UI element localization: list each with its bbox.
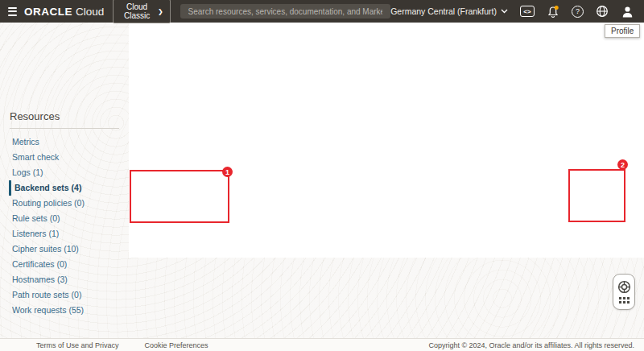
sidebar-item-rule-sets-0[interactable]: Rule sets (0) (0, 211, 129, 226)
notification-dot (555, 6, 559, 10)
cloud-classic-button[interactable]: Cloud Classic ❯ (113, 0, 170, 23)
chevron-down-icon (501, 9, 508, 14)
region-label: Germany Central (Frankfurt) (390, 6, 497, 16)
main-content-panel (129, 23, 644, 258)
sidebar-item-backend-sets-4[interactable]: Backend sets (4) (9, 180, 129, 196)
logo-oracle-text: ORACLE (24, 6, 72, 18)
top-navigation-bar: ORACLECloud Cloud Classic ❯ Germany Cent… (0, 0, 644, 23)
sidebar-item-path-route-sets-0[interactable]: Path route sets (0) (0, 287, 129, 303)
sidebar-item-hostnames-3[interactable]: Hostnames (3) (0, 272, 129, 287)
chevron-right-icon: ❯ (158, 8, 163, 15)
region-selector[interactable]: Germany Central (Frankfurt) (390, 6, 508, 16)
notifications-bell-icon[interactable] (547, 5, 559, 19)
help-icon[interactable]: ? (572, 6, 584, 18)
sidebar-item-work-requests-55[interactable]: Work requests (55) (0, 303, 129, 318)
resources-sidebar-title: Resources (10, 110, 60, 122)
annotation-badge-2: 2 (617, 159, 628, 170)
sidebar-item-smart-check[interactable]: Smart check (0, 150, 129, 165)
hamburger-menu-icon[interactable] (8, 5, 17, 18)
cookie-preferences-link[interactable]: Cookie Preferences (145, 341, 208, 349)
developer-tools-icon[interactable]: <> (520, 6, 535, 17)
terms-of-use-link[interactable]: Terms of Use and Privacy (36, 341, 119, 349)
support-widget (613, 274, 635, 310)
sidebar-item-cipher-suites-10[interactable]: Cipher suites (10) (0, 242, 129, 257)
sidebar-item-logs-1[interactable]: Logs (1) (0, 165, 129, 180)
language-globe-icon[interactable] (596, 5, 609, 18)
sidebar-item-routing-policies-0[interactable]: Routing policies (0) (0, 196, 129, 211)
sidebar-item-certificates-0[interactable]: Certificates (0) (0, 257, 129, 272)
page-footer: Terms of Use and Privacy Cookie Preferen… (0, 338, 644, 351)
profile-tooltip: Profile (605, 24, 640, 38)
profile-icon[interactable] (621, 5, 634, 19)
sidebar-item-metrics[interactable]: Metrics (0, 134, 129, 150)
oracle-cloud-logo[interactable]: ORACLECloud (24, 6, 104, 18)
apps-grid-icon[interactable] (619, 297, 630, 304)
lifebuoy-help-icon[interactable] (617, 280, 631, 294)
search-input[interactable] (180, 4, 391, 19)
sidebar-item-listeners-1[interactable]: Listeners (1) (0, 226, 129, 242)
copyright-text: Copyright © 2024, Oracle and/or its affi… (428, 341, 634, 349)
annotation-badge-1: 1 (222, 167, 233, 177)
sidebar-divider (10, 128, 119, 129)
sidebar-list: MetricsSmart checkLogs (1)Backend sets (… (0, 134, 129, 318)
logo-cloud-text: Cloud (76, 6, 104, 18)
cloud-classic-label: Cloud Classic (120, 2, 154, 20)
